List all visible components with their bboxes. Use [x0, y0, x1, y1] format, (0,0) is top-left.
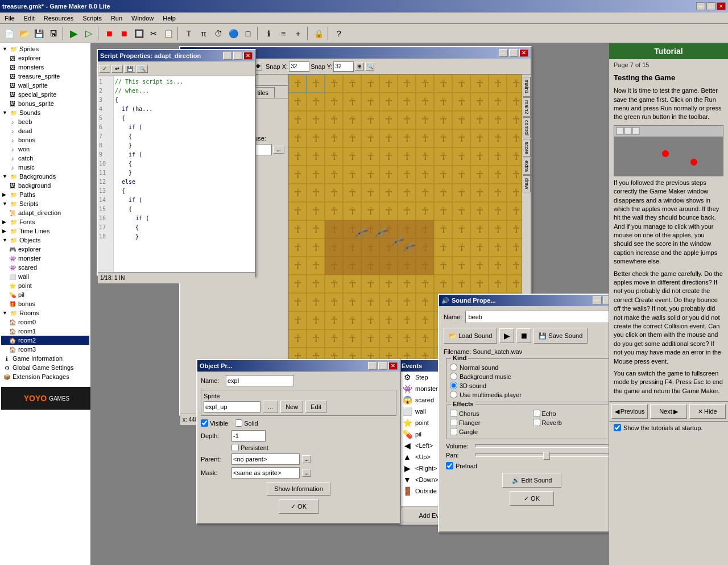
- object-min-btn[interactable]: ─: [368, 362, 377, 370]
- script-undo-btn[interactable]: ↩: [111, 65, 123, 73]
- tree-fonts-folder[interactable]: ▶ 📁 Fonts: [1, 217, 89, 226]
- flanger-checkbox[interactable]: [450, 419, 457, 426]
- tree-explorer-sprite[interactable]: 🖼explorer: [1, 53, 89, 63]
- edit-sound-btn[interactable]: 🔊 Edit Sound: [502, 473, 562, 488]
- object-max-btn[interactable]: □: [378, 362, 387, 370]
- tree-won[interactable]: ♪won: [1, 145, 89, 154]
- browse-btn[interactable]: ...: [263, 401, 278, 413]
- menu-help[interactable]: Help: [158, 14, 180, 23]
- code-area[interactable]: // This script is... // when... { if (ha…: [114, 76, 255, 272]
- play-sound-btn[interactable]: ▶: [499, 328, 514, 343]
- toolbar-b1[interactable]: 🔲: [132, 27, 146, 40]
- echo-checkbox[interactable]: [533, 410, 540, 417]
- toolbar-stop2[interactable]: ⏹: [117, 27, 131, 40]
- toolbar-run[interactable]: ▶: [67, 27, 81, 40]
- toolbar-b6[interactable]: ⏱: [212, 27, 225, 40]
- prev-btn[interactable]: ◀ Previous: [611, 404, 648, 419]
- tree-sounds-folder[interactable]: ▼ 📁 Sounds: [1, 108, 89, 117]
- tree-point-obj[interactable]: ⭐point: [1, 281, 89, 290]
- sound-max-btn[interactable]: □: [603, 296, 609, 304]
- kind-bgmusic-radio[interactable]: [450, 373, 457, 380]
- solid-checkbox[interactable]: [235, 419, 242, 427]
- tree-sprites-folder[interactable]: ▼ 📁 Sprites: [1, 44, 89, 53]
- tree-room2[interactable]: 🏠room2: [1, 336, 89, 345]
- tree-wall-sprite[interactable]: 🖼wall_sprite: [1, 81, 89, 90]
- toolbar-b5[interactable]: π: [197, 27, 210, 40]
- new-sprite-btn[interactable]: New: [280, 401, 303, 413]
- toolbar-b10[interactable]: ≡: [276, 27, 290, 40]
- pan-thumb[interactable]: [543, 452, 550, 460]
- toolbar-open[interactable]: 📂: [17, 27, 31, 40]
- object-ok-btn[interactable]: ✓ OK: [279, 499, 318, 514]
- persistent-checkbox[interactable]: [231, 444, 239, 451]
- toolbar-lock[interactable]: 🔒: [312, 27, 325, 40]
- tree-timelines-folder[interactable]: ▶ 📁 Time Lines: [1, 226, 89, 236]
- pan-track[interactable]: [475, 453, 609, 457]
- snap-y-input[interactable]: [333, 61, 354, 72]
- close-btn[interactable]: ✕: [717, 2, 726, 10]
- hide-btn[interactable]: ✕ Hide: [689, 404, 726, 419]
- toolbar-b11[interactable]: +: [291, 27, 305, 40]
- mask-input[interactable]: [231, 467, 300, 479]
- room-zoom-btn[interactable]: 🔍: [365, 63, 374, 71]
- tree-monsters-sprite[interactable]: 🖼monsters: [1, 63, 89, 72]
- chorus-checkbox[interactable]: [450, 410, 457, 417]
- tree-wall-obj[interactable]: ⬜wall: [1, 272, 89, 281]
- tree-dead[interactable]: ♪dead: [1, 126, 89, 135]
- edit-sprite-btn[interactable]: Edit: [305, 401, 326, 413]
- tree-backgrounds-folder[interactable]: ▼ 📁 Backgrounds: [1, 172, 89, 181]
- side-tab-draw[interactable]: draw: [523, 175, 531, 192]
- tree-bonus-sprite[interactable]: 🖼bonus_sprite: [1, 99, 89, 108]
- name-input[interactable]: [226, 375, 294, 386]
- tree-beeb[interactable]: ♪beeb: [1, 117, 89, 126]
- side-tab-extra[interactable]: extra: [523, 158, 531, 175]
- menu-edit[interactable]: Edit: [19, 14, 39, 23]
- tree-monster-obj[interactable]: 👾monster: [1, 254, 89, 263]
- startup-checkbox[interactable]: [614, 424, 621, 431]
- script-save-btn[interactable]: 💾: [124, 65, 135, 73]
- toolbar-stop[interactable]: ⏹: [102, 27, 116, 40]
- tree-bonus[interactable]: ♪bonus: [1, 135, 89, 145]
- menu-resources[interactable]: Resources: [39, 14, 78, 23]
- tree-global-settings[interactable]: ⚙ Global Game Settings: [1, 363, 89, 372]
- menu-scripts[interactable]: Scripts: [78, 14, 106, 23]
- visible-checkbox[interactable]: [201, 419, 208, 427]
- object-close-btn[interactable]: ✕: [388, 362, 398, 370]
- sound-ok-btn[interactable]: ✓ OK: [510, 491, 554, 506]
- preload-checkbox[interactable]: [446, 462, 453, 469]
- tree-room1[interactable]: 🏠room1: [1, 327, 89, 336]
- maximize-btn[interactable]: □: [706, 2, 715, 10]
- kind-multimedia-radio[interactable]: [450, 391, 457, 398]
- snap-x-input[interactable]: [289, 61, 309, 72]
- volume-track[interactable]: [475, 444, 609, 448]
- tree-game-info[interactable]: ℹ Game Information: [1, 354, 89, 363]
- minimize-btn[interactable]: ─: [696, 2, 705, 10]
- next-btn[interactable]: Next ▶: [650, 404, 686, 419]
- side-tab-score[interactable]: score: [523, 139, 531, 157]
- tree-scared-obj[interactable]: 👾scared: [1, 263, 89, 272]
- parent-browse[interactable]: ...: [302, 455, 311, 463]
- toolbar-b9[interactable]: ℹ: [262, 27, 275, 40]
- side-tab-main2[interactable]: main2: [523, 97, 531, 117]
- side-tab-control[interactable]: control: [523, 117, 531, 138]
- toolbar-help[interactable]: ?: [332, 27, 346, 40]
- tree-paths-folder[interactable]: ▶ 📁 Paths: [1, 190, 89, 199]
- parent-input[interactable]: [231, 453, 300, 465]
- tree-room3[interactable]: 🏠room3: [1, 345, 89, 354]
- menu-window[interactable]: Window: [127, 14, 158, 23]
- tree-ext-packages[interactable]: 📦 Extension Packages: [1, 372, 89, 381]
- tree-background[interactable]: 🖼background: [1, 181, 89, 190]
- script-search-btn[interactable]: 🔍: [136, 65, 148, 73]
- toolbar-b3[interactable]: 📋: [162, 27, 175, 40]
- tree-rooms-folder[interactable]: ▼ 📁 Rooms: [1, 308, 89, 317]
- sound-min-btn[interactable]: ─: [593, 296, 602, 304]
- room-max-btn[interactable]: □: [509, 49, 518, 57]
- tree-catch[interactable]: ♪catch: [1, 154, 89, 163]
- toolbar-save2[interactable]: 🖫: [47, 27, 60, 40]
- load-sound-btn[interactable]: 📂 Load Sound: [444, 328, 497, 344]
- menu-file[interactable]: File: [0, 14, 19, 23]
- room-close-btn[interactable]: ✕: [519, 49, 528, 57]
- object-browse-btn[interactable]: ...: [273, 146, 284, 154]
- script-min-btn[interactable]: ─: [223, 52, 232, 60]
- kind-3d-radio[interactable]: [450, 382, 457, 389]
